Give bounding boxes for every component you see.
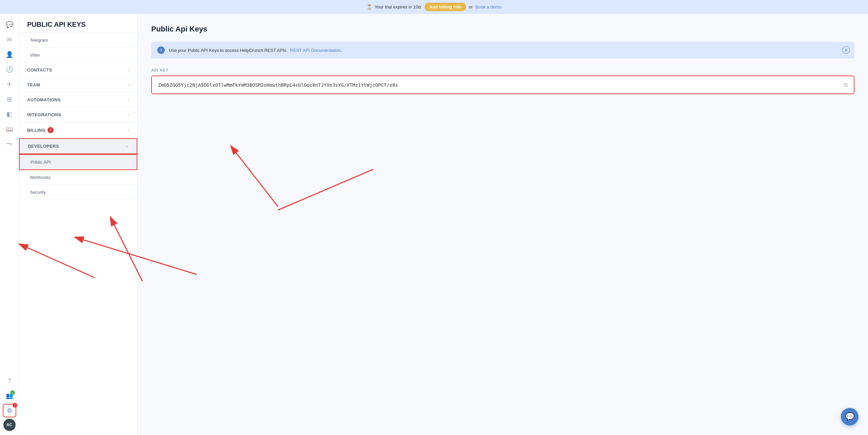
billing-label: BILLING — [27, 128, 45, 133]
sidebar-item-automations[interactable]: AUTOMATIONS › — [19, 92, 137, 107]
integrations-chevron-icon: › — [128, 112, 129, 117]
contacts-chevron-icon: › — [128, 68, 129, 72]
automations-label: AUTOMATIONS — [27, 97, 61, 102]
banner-text: Your trial expires in 10d: — [375, 4, 422, 9]
nav-icon-grid[interactable]: ⊞ — [3, 92, 16, 106]
nav-icon-chat[interactable]: 💬 — [3, 18, 16, 32]
webhooks-label: Webhooks — [30, 175, 51, 180]
viber-label: Viber — [30, 53, 40, 58]
developers-label: DEVELOPERS — [28, 144, 59, 149]
add-billing-button[interactable]: Add billing info — [425, 3, 466, 11]
trial-banner: ⏳ Your trial expires in 10d: Add billing… — [0, 0, 868, 14]
nav-icon-contacts[interactable]: 👤 — [3, 48, 16, 61]
banner-icon: ⏳ — [367, 4, 372, 9]
info-banner: i Use your Public API Keys to access Hel… — [151, 42, 854, 59]
content-title: Public Api Keys — [151, 25, 854, 34]
nav-icon-people[interactable]: 👥 1 — [3, 389, 16, 402]
people-badge: 1 — [10, 390, 15, 395]
telegram-label: Telegram — [30, 38, 48, 43]
info-banner-close-button[interactable]: ✕ — [842, 46, 850, 54]
banner-or: or — [469, 4, 473, 9]
sidebar-item-webhooks[interactable]: Webhooks — [19, 170, 137, 185]
sidebar-item-public-api[interactable]: Public API — [19, 154, 137, 170]
api-key-box: ZmQ5ZGQ5Yjc2NjA5ODlxOTlwMmFkYmM3BOSR2oHe… — [151, 76, 854, 94]
info-text: Use your Public API Keys to access HelpC… — [169, 48, 342, 53]
sidebar-item-contacts[interactable]: CONTACTS › — [19, 63, 137, 78]
sidebar-item-team[interactable]: TEAM › — [19, 78, 137, 92]
nav-icon-book[interactable]: 📖 — [3, 122, 16, 136]
copy-icon[interactable]: ⧉ — [844, 82, 848, 88]
billing-chevron-icon: › — [128, 128, 129, 132]
developers-chevron-icon: ∨ — [125, 144, 129, 149]
main-content: Public Api Keys i Use your Public API Ke… — [138, 14, 868, 435]
api-key-value: ZmQ5ZGQ5Yjc2NjA5ODlxOTlwMmFkYmM3BOSR2oHe… — [158, 82, 840, 88]
nav-icon-inbox[interactable]: ✉ — [3, 33, 16, 46]
nav-icon-clock[interactable]: 🕐 — [3, 63, 16, 76]
info-icon: i — [157, 46, 165, 54]
sidebar-header: PUBLIC API KEYS — [19, 14, 137, 33]
nav-icon-analytics[interactable]: 〜 — [3, 137, 16, 151]
rest-api-docs-link[interactable]: REST API Documentation — [290, 48, 340, 53]
sidebar-item-integrations[interactable]: INTEGRATIONS › — [19, 107, 137, 122]
settings-button[interactable]: ⚙ ! — [3, 404, 16, 417]
automations-chevron-icon: › — [128, 98, 129, 102]
security-label: Security — [30, 190, 46, 195]
sidebar-item-security[interactable]: Security — [19, 185, 137, 200]
sidebar-item-billing[interactable]: BILLING ! › — [19, 122, 137, 138]
public-api-label: Public API — [31, 160, 51, 165]
integrations-label: INTEGRATIONS — [27, 112, 61, 117]
nav-icon-report[interactable]: ◧ — [3, 107, 16, 121]
sidebar: PUBLIC API KEYS Telegram Viber CONTACTS … — [19, 14, 138, 435]
nav-icon-help[interactable]: ? — [3, 374, 16, 388]
team-label: TEAM — [27, 82, 40, 87]
avatar[interactable]: AC — [3, 419, 16, 431]
nav-icon-send[interactable]: ✈ — [3, 78, 16, 91]
contacts-label: CONTACTS — [27, 67, 52, 72]
book-demo-link[interactable]: Book a demo — [475, 4, 501, 9]
icon-nav: 💬 ✉ 👤 🕐 ✈ ⊞ ◧ 📖 〜 ? 👥 1 ⚙ ! AC — [0, 14, 19, 435]
sidebar-item-viber[interactable]: Viber — [19, 48, 137, 63]
api-key-label: API KEY — [151, 68, 854, 72]
main-layout: 💬 ✉ 👤 🕐 ✈ ⊞ ◧ 📖 〜 ? 👥 1 ⚙ ! AC PUBLIC AP… — [0, 14, 868, 435]
settings-badge: ! — [13, 403, 17, 408]
chat-fab-button[interactable]: 💬 — [841, 408, 859, 426]
sidebar-item-developers[interactable]: DEVELOPERS ∨ — [19, 138, 137, 154]
billing-badge: ! — [47, 127, 54, 133]
team-chevron-icon: › — [128, 83, 129, 87]
sidebar-item-telegram[interactable]: Telegram — [19, 33, 137, 48]
